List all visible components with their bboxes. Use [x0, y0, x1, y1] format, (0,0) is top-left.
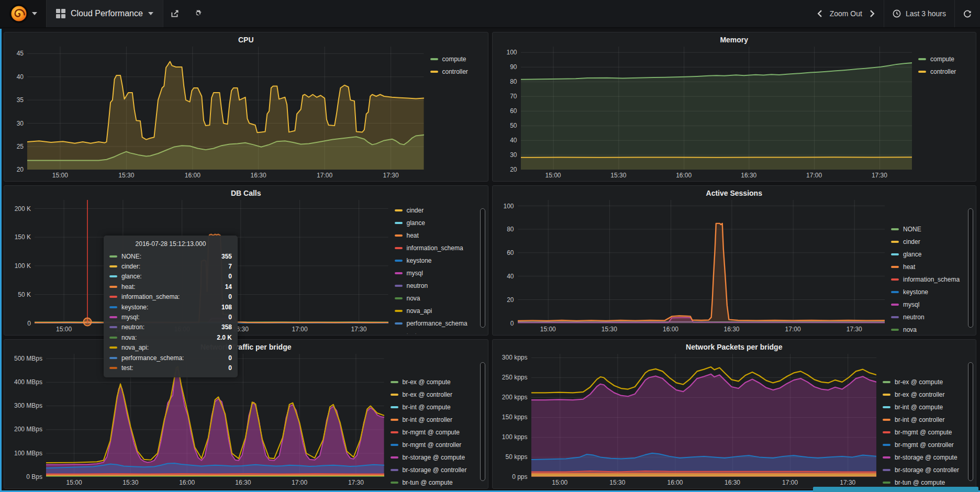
legend-item[interactable]: br-storage @ controller: [384, 464, 486, 476]
tooltip-series-dash: [109, 367, 117, 369]
memory-chart[interactable]: [521, 47, 912, 170]
legend-scrollbar[interactable]: [968, 208, 973, 327]
legend-item[interactable]: glance: [388, 217, 486, 229]
dashboard-picker[interactable]: Cloud Performance: [47, 0, 163, 27]
legend-series-dash: [891, 241, 899, 243]
legend-scrollbar[interactable]: [480, 362, 485, 481]
panel-title[interactable]: Network Traffic per bridge: [4, 340, 488, 352]
chevron-left-icon[interactable]: [817, 10, 822, 17]
tooltip-series-dash: [109, 265, 117, 267]
chart-canvas[interactable]: [27, 47, 424, 170]
legend-item[interactable]: br-storage @ controller: [876, 464, 974, 476]
tooltip-series-value: 355: [221, 253, 232, 260]
panel-title[interactable]: DB Calls: [4, 186, 488, 198]
legend-item[interactable]: test: [388, 330, 486, 333]
tooltip-row: keystone:108: [109, 302, 232, 312]
legend-item[interactable]: br-tun @ compute: [384, 476, 486, 487]
legend-series-dash: [395, 247, 403, 249]
legend-series-dash: [395, 285, 403, 287]
panel-db-calls: DB Calls 050 K100 K150 K200 K 15:0015:30…: [4, 185, 488, 335]
legend-item[interactable]: heat: [885, 261, 974, 273]
tooltip-series-dash: [109, 337, 117, 339]
x-axis-label: 16:00: [185, 172, 201, 179]
legend-item[interactable]: br-storage @ compute: [876, 451, 974, 464]
legend-item[interactable]: br-tun @ compute: [876, 476, 974, 487]
legend-item[interactable]: br-mgmt @ compute: [384, 426, 486, 439]
settings-button[interactable]: [186, 0, 209, 27]
legend-item[interactable]: mysql: [388, 267, 486, 279]
legend-item[interactable]: br-int @ controller: [876, 413, 974, 426]
legend-item[interactable]: nova: [885, 323, 974, 333]
legend-item[interactable]: br-ex @ compute: [384, 376, 486, 388]
active-sessions-chart[interactable]: [518, 200, 885, 323]
tooltip-series-value: 0: [228, 293, 232, 300]
cpu-chart[interactable]: [27, 47, 424, 170]
legend-series-dash: [918, 71, 926, 73]
legend-item[interactable]: keystone: [388, 254, 486, 267]
legend-item[interactable]: br-ex @ controller: [876, 388, 974, 401]
legend-scrollbar[interactable]: [968, 362, 973, 481]
legend-series-dash: [891, 304, 899, 306]
legend-item[interactable]: br-ex @ compute: [876, 376, 974, 388]
legend-item[interactable]: br-mgmt @ compute: [876, 426, 974, 439]
grafana-logo-button[interactable]: [0, 0, 47, 27]
panel-title[interactable]: CPU: [4, 32, 488, 44]
refresh-button[interactable]: [954, 0, 980, 27]
x-axis-label: 15:00: [52, 172, 68, 179]
x-axis-label: 17:00: [785, 326, 801, 333]
legend-item[interactable]: br-mgmt @ controller: [876, 439, 974, 451]
legend-item[interactable]: mysql: [885, 298, 974, 311]
legend-item[interactable]: compute: [912, 53, 974, 65]
legend-item[interactable]: glance: [885, 248, 974, 261]
chevron-right-icon[interactable]: [870, 10, 875, 17]
x-axis-label: 15:00: [552, 479, 567, 486]
legend-item[interactable]: keystone: [885, 286, 974, 298]
y-axis-label: 200 K: [15, 205, 31, 213]
legend-item[interactable]: performance_schema: [388, 317, 486, 330]
x-axis-label: 16:30: [741, 172, 756, 179]
legend-item[interactable]: information_schema: [388, 242, 486, 254]
x-axis-label: 17:30: [847, 326, 862, 333]
legend-item[interactable]: NONE: [885, 223, 974, 236]
legend-item[interactable]: br-storage @ compute: [384, 451, 486, 464]
legend-item[interactable]: controller: [912, 65, 974, 78]
chart-canvas[interactable]: [518, 200, 885, 323]
panel-title[interactable]: Memory: [493, 32, 976, 44]
legend-item[interactable]: cinder: [885, 236, 974, 248]
y-axis-label: 500 MBps: [14, 355, 42, 362]
legend-item[interactable]: neutron: [388, 279, 486, 292]
panel-title[interactable]: Network Packets per bridge: [493, 340, 976, 352]
legend-label: glance: [903, 251, 921, 258]
legend-item[interactable]: controller: [424, 65, 486, 78]
panel-title[interactable]: Active Sessions: [493, 186, 976, 198]
legend-item[interactable]: information_schema: [885, 273, 974, 286]
time-range-picker[interactable]: Last 3 hours: [884, 0, 954, 27]
y-axis-label: 40: [510, 137, 517, 144]
legend-item[interactable]: neutron: [885, 311, 974, 323]
zoom-out-control: Zoom Out: [808, 0, 884, 27]
legend-item[interactable]: heat: [388, 229, 486, 242]
legend-scrollbar[interactable]: [480, 208, 485, 327]
legend-series-dash: [891, 253, 899, 255]
chart-canvas[interactable]: [521, 47, 912, 170]
legend-item[interactable]: compute: [424, 53, 486, 65]
legend-item[interactable]: br-ex @ controller: [384, 388, 486, 401]
legend-item[interactable]: cinder: [388, 204, 486, 217]
x-axis-label: 16:30: [235, 479, 251, 486]
legend-item[interactable]: nova_api: [388, 305, 486, 317]
legend-item[interactable]: nova: [388, 292, 486, 305]
legend-series-dash: [395, 209, 403, 211]
legend-series-dash: [891, 329, 899, 331]
x-axis-label: 15:00: [66, 479, 82, 486]
legend-series-dash: [883, 482, 890, 484]
legend-item[interactable]: br-mgmt @ controller: [384, 439, 486, 451]
legend-item[interactable]: br-int @ compute: [384, 401, 486, 413]
zoom-out-button[interactable]: Zoom Out: [830, 9, 862, 18]
y-axis-label: 200 MBps: [14, 426, 42, 433]
legend-item[interactable]: br-int @ compute: [876, 401, 974, 413]
chart-canvas[interactable]: [531, 354, 877, 477]
legend-series-dash: [891, 266, 899, 268]
network-packets-chart[interactable]: [531, 354, 877, 477]
legend-item[interactable]: br-int @ controller: [384, 413, 486, 426]
share-button[interactable]: [163, 0, 186, 27]
